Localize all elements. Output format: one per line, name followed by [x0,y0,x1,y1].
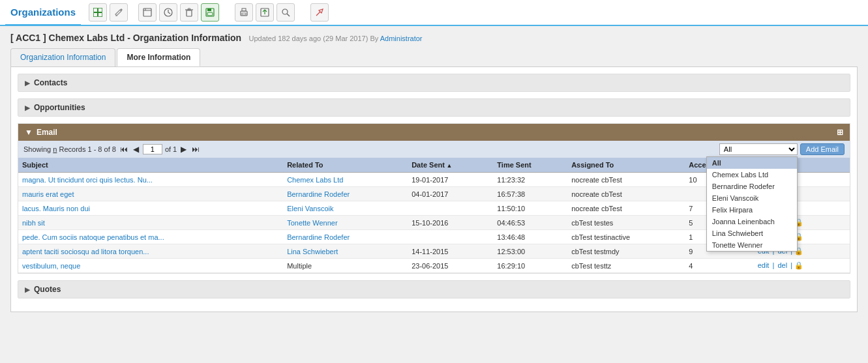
save-button[interactable] [201,3,219,22]
last-page-button[interactable]: ⏭ [190,145,201,154]
main-panel: ▶ Contacts ▶ Opportunities ▼ Email ⊞ [10,66,858,312]
assigned-to: nocreate cbTest [567,187,685,201]
related-to-link[interactable]: Bernardine Rodefer [287,233,350,241]
time-sent: 16:29:10 [493,259,567,273]
view-button[interactable] [138,3,157,22]
history-button[interactable] [159,3,177,22]
assigned-to: nocreate cbTest [567,173,685,187]
svg-line-20 [287,14,290,16]
col-date-sent[interactable]: Date Sent [408,158,493,173]
email-subject-link[interactable]: pede. Cum sociis natoque penatibus et ma… [22,233,164,241]
opportunities-section-label: Opportunities [34,103,85,112]
showing-text: Showing n Records 1 - 8 of 8 [23,145,116,153]
col-related-to[interactable]: Related To [283,158,408,173]
print-button[interactable] [235,3,253,22]
dropdown-item-all[interactable]: All [707,157,797,169]
record-meta: Updated 182 days ago (29 Mar 2017) By Ad… [249,35,423,42]
export-button[interactable] [256,3,274,22]
dropdown-item-tonette[interactable]: Tonette Wenner [707,239,797,251]
opportunities-section-header[interactable]: ▶ Opportunities [18,99,850,116]
related-to-link[interactable]: Eleni Vanscoik [287,205,333,212]
app-title[interactable]: Organizations [5,0,81,25]
col-assigned-to[interactable]: Assigned To [567,158,685,173]
of-text: of 1 [165,145,177,153]
tools-button[interactable] [310,3,329,22]
record-title: [ ACC1 ] Chemex Labs Ltd - Organization … [10,33,241,43]
time-sent: 16:57:38 [493,187,567,201]
quotes-section-header[interactable]: ▶ Quotes [18,281,850,298]
related-to: Multiple [283,259,408,273]
assigned-to: cbTest testmdy [567,244,685,259]
record-meta-user[interactable]: Administrator [380,35,423,42]
next-page-button[interactable]: ▶ [179,145,188,154]
content-area: [ ACC1 ] Chemex Labs Ltd - Organization … [0,26,868,319]
email-subject-link[interactable]: mauris erat eget [22,190,74,198]
email-subject-link[interactable]: vestibulum, neque [22,262,80,270]
date-sent [408,201,493,216]
svg-rect-16 [242,13,246,15]
first-page-button[interactable]: ⏮ [119,145,129,154]
email-expand-icon: ▼ [25,128,33,137]
dropdown-item-chemex[interactable]: Chemex Labs Ltd [707,169,797,181]
quotes-arrow-icon: ▶ [25,286,30,293]
pagination-left: Showing n Records 1 - 8 of 8 ⏮ ◀ of 1 ▶ … [23,144,201,154]
contacts-section-header[interactable]: ▶ Contacts [18,74,850,91]
opportunities-arrow-icon: ▶ [25,104,30,111]
email-subject-link[interactable]: magna. Ut tincidunt orci quis lectus. Nu… [22,176,153,184]
access-count: 4 [685,259,752,273]
record-header: [ ACC1 ] Chemex Labs Ltd - Organization … [10,33,858,43]
time-sent: 11:50:10 [493,201,567,216]
svg-rect-1 [94,12,102,13]
email-subject-link[interactable]: aptent taciti sociosqu ad litora torquen… [22,248,149,255]
email-grid-icon[interactable]: ⊞ [837,128,843,137]
pagination-bar: Showing n Records 1 - 8 of 8 ⏮ ◀ of 1 ▶ … [18,141,850,158]
related-to-link[interactable]: Chemex Labs Ltd [287,176,343,184]
assigned-to: cbTest testtz [567,259,685,273]
svg-rect-8 [187,10,192,16]
time-sent: 04:46:53 [493,216,567,230]
date-sent: 14-11-2015 [408,244,493,259]
quotes-section: ▶ Quotes [18,280,850,298]
contacts-section: ▶ Contacts [18,74,850,92]
prev-page-button[interactable]: ◀ [132,145,140,154]
email-section-header[interactable]: ▼ Email ⊞ [18,124,850,141]
dropdown-item-bernardine[interactable]: Bernardine Rodefer [707,181,797,192]
dropdown-item-eleni[interactable]: Eleni Vanscoik [707,192,797,204]
dropdown-item-joanna[interactable]: Joanna Leinenbach [707,216,797,227]
tab-organization-information[interactable]: Organization Information [10,48,115,66]
edit-button[interactable] [110,3,128,22]
add-button[interactable] [89,3,107,22]
email-subject-link[interactable]: nibh sit [22,219,45,227]
col-subject[interactable]: Subject [18,158,283,173]
dropdown-item-felix[interactable]: Felix Hirpara [707,204,797,216]
filter-dropdown: All Chemex Labs Ltd Bernardine Rodefer E… [706,156,798,252]
related-to-link[interactable]: Tonette Wenner [287,219,337,227]
email-subject-link[interactable]: lacus. Mauris non dui [22,205,90,212]
page-number-input[interactable] [143,144,162,154]
svg-rect-10 [188,8,190,10]
date-sent: 15-10-2016 [408,216,493,230]
related-to-link[interactable]: Bernardine Rodefer [287,190,350,198]
search-button[interactable] [277,3,295,22]
lock-icon: 🔒 [794,261,803,269]
related-to-link[interactable]: Lina Schwiebert [287,248,338,255]
edit-link[interactable]: edit [758,261,770,269]
filter-area: All Chemex Labs Ltd Bernardine Rodefer E… [719,143,798,155]
email-section-label: Email [37,128,57,137]
contacts-arrow-icon: ▶ [25,80,30,87]
tabs-container: Organization Information More Informatio… [10,48,858,66]
delete-button[interactable] [180,3,198,22]
col-time-sent[interactable]: Time Sent [493,158,567,173]
filter-select[interactable]: All Chemex Labs Ltd Bernardine Rodefer E… [719,143,798,155]
contacts-section-label: Contacts [34,78,67,87]
svg-rect-12 [207,8,211,11]
quotes-section-label: Quotes [34,285,61,294]
email-section-header-left: ▼ Email [25,128,57,137]
add-email-button[interactable]: Add Email [800,143,845,155]
assigned-to: cbTest testes [567,216,685,230]
dropdown-item-lina[interactable]: Lina Schwiebert [707,227,797,239]
pagination-right: All Chemex Labs Ltd Bernardine Rodefer E… [719,143,845,155]
time-sent: 11:23:32 [493,173,567,187]
tab-more-information[interactable]: More Information [117,48,200,66]
del-link[interactable]: del [777,261,787,269]
